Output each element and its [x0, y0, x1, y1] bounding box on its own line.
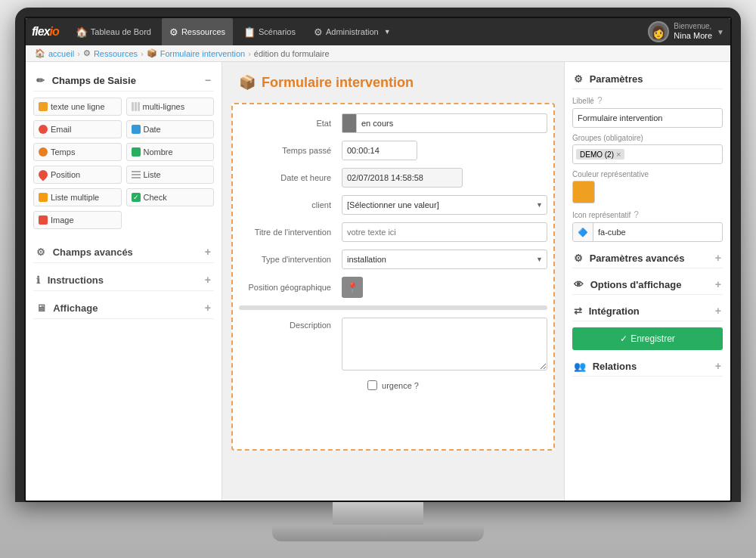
groupes-tag-input[interactable]: DEMO (2) ×: [572, 144, 723, 164]
icon-help-icon[interactable]: ?: [634, 209, 639, 220]
field-email-label: Email: [51, 125, 72, 134]
nav-ressources[interactable]: ⚙ Ressources: [162, 18, 233, 45]
instructions-header[interactable]: ℹ Instructions +: [33, 269, 214, 291]
libelle-help-icon[interactable]: ?: [597, 95, 603, 106]
field-liste-multiple[interactable]: Liste multiple: [33, 188, 122, 206]
titre-label: Titre de l'intervention: [239, 228, 337, 237]
edit-icon: ✏: [36, 75, 45, 86]
description-textarea[interactable]: [342, 318, 547, 370]
position-dot: [37, 169, 50, 181]
options-affichage-label: Options d'affichage: [590, 279, 682, 290]
integration-header[interactable]: ⇄ Intégration +: [572, 301, 723, 321]
field-liste[interactable]: Liste: [126, 166, 215, 184]
field-temps-label: Temps: [51, 147, 75, 157]
relations-plus[interactable]: +: [715, 360, 721, 372]
client-select[interactable]: [Sélectionner une valeur]: [342, 195, 547, 215]
save-button[interactable]: ✓ Enregistrer: [572, 327, 723, 350]
icon-input[interactable]: fa-cube: [593, 228, 722, 237]
field-multiline[interactable]: multi-lignes: [126, 98, 215, 116]
state-select-wrapper: en cours terminé annulé: [342, 113, 547, 133]
champs-saisie-toggle[interactable]: −: [205, 74, 211, 86]
breadcrumb-home-icon: 🏠: [35, 48, 45, 58]
field-position[interactable]: Position: [33, 166, 122, 184]
logo-text: flex: [32, 25, 50, 38]
field-date[interactable]: Date: [126, 120, 215, 138]
type-select[interactable]: installation maintenance dépannage: [342, 250, 547, 269]
form-title-text: Formulaire intervention: [262, 75, 414, 91]
advanced-icon: ⚙: [36, 246, 45, 258]
nav-label-ressources: Ressources: [181, 27, 225, 36]
options-affichage-plus[interactable]: +: [715, 278, 721, 290]
affichage-header[interactable]: 🖥 Affichage +: [33, 297, 214, 319]
multiline-icon: [132, 102, 140, 111]
params-avances-plus[interactable]: +: [715, 252, 721, 264]
temps-passe-input[interactable]: 00:00:14: [342, 141, 417, 160]
breadcrumb-sep2: ›: [141, 49, 144, 58]
position-input-wrapper: 📍: [342, 277, 547, 298]
field-texte-label: texte une ligne: [51, 102, 105, 111]
libelle-input[interactable]: Formulaire intervention: [572, 108, 723, 128]
nav-tableau-de-bord[interactable]: 🏠 Tableau de Bord: [68, 18, 159, 45]
geo-button[interactable]: 📍: [342, 277, 363, 298]
field-image-label: Image: [51, 215, 74, 225]
field-row-temps-passe: Temps passé 00:00:14: [239, 141, 547, 160]
avatar[interactable]: 👩: [648, 21, 669, 42]
integration-plus[interactable]: +: [715, 305, 721, 317]
nav-label-scenarios: Scénarios: [259, 27, 296, 36]
etat-input-wrapper: en cours terminé annulé: [342, 113, 547, 133]
urgence-checkbox[interactable]: [367, 380, 377, 390]
demo-tag-close[interactable]: ×: [616, 150, 621, 159]
affichage-toggle[interactable]: +: [205, 302, 211, 314]
urgence-row: urgence ?: [239, 380, 547, 390]
champs-avances-toggle[interactable]: +: [205, 246, 211, 258]
etat-select[interactable]: en cours terminé annulé: [357, 113, 547, 133]
form-divider: [239, 305, 547, 310]
date-heure-input[interactable]: 02/07/2018 14:58:58: [342, 168, 463, 188]
client-select-wrapper: [Sélectionner une valeur]: [342, 195, 547, 215]
breadcrumb: 🏠 accueil › ⚙ Ressources › 📦 Formulaire …: [26, 45, 730, 62]
groupes-label-text: Groupes (obligatoire): [572, 134, 723, 142]
field-texte[interactable]: texte une ligne: [33, 98, 122, 116]
info-icon: ℹ: [36, 274, 40, 286]
user-chevron-icon[interactable]: ▼: [717, 28, 724, 36]
nav-administration[interactable]: ⚙ Administration ▼: [306, 18, 398, 45]
champs-avances-title-wrapper: ⚙ Champs avancés: [36, 246, 133, 258]
relations-wrapper: 👥 Relations: [574, 361, 637, 372]
client-label: client: [239, 200, 337, 209]
field-email[interactable]: Email: [33, 120, 122, 138]
breadcrumb-edition: édition du formulaire: [254, 49, 330, 58]
field-check[interactable]: ✓ Check: [126, 188, 215, 206]
libelle-label-text: Libellé ?: [572, 95, 723, 106]
champs-saisie-header[interactable]: ✏ Champs de Saisie −: [33, 70, 214, 91]
breadcrumb-ressources[interactable]: Ressources: [94, 49, 138, 58]
champs-avances-header[interactable]: ⚙ Champs avancés +: [33, 241, 214, 263]
champs-saisie-section: ✏ Champs de Saisie − texte une ligne: [33, 70, 214, 235]
user-info: Bienvenue, Nina More: [674, 22, 712, 41]
titre-input[interactable]: [342, 222, 547, 242]
nav-user-area: 👩 Bienvenue, Nina More ▼: [648, 21, 724, 42]
field-row-date-heure: Date et heure 02/07/2018 14:58:58: [239, 168, 547, 188]
field-temps[interactable]: Temps: [33, 143, 122, 161]
champs-saisie-title-wrapper: ✏ Champs de Saisie: [36, 75, 136, 86]
nav-scenarios[interactable]: 📋 Scénarios: [236, 18, 303, 45]
affichage-title-wrapper: 🖥 Affichage: [36, 302, 98, 314]
stand-neck: [333, 502, 423, 525]
breadcrumb-resources-icon: ⚙: [83, 48, 91, 58]
color-swatch[interactable]: [572, 181, 595, 203]
relations-header[interactable]: 👥 Relations +: [572, 356, 723, 377]
app-logo[interactable]: flexio: [32, 25, 59, 39]
state-color-box: [342, 113, 357, 133]
gear-icon: ⚙: [574, 73, 583, 85]
options-affichage-header[interactable]: 👁 Options d'affichage +: [572, 274, 723, 295]
instructions-toggle[interactable]: +: [205, 274, 211, 286]
field-nombre[interactable]: Nombre: [126, 143, 215, 161]
breadcrumb-accueil[interactable]: accueil: [48, 49, 74, 58]
instructions-title: Instructions: [48, 274, 104, 286]
field-image[interactable]: Image: [33, 211, 122, 229]
breadcrumb-formulaire[interactable]: Formulaire intervention: [160, 49, 246, 58]
params-avances-header[interactable]: ⚙ Paramètres avancés +: [572, 248, 723, 268]
field-multiline-label: multi-lignes: [143, 102, 185, 111]
right-panel: ⚙ Paramètres Libellé ? Formulaire interv…: [564, 62, 730, 501]
list-icon: [132, 171, 141, 178]
etat-label: Etat: [239, 119, 337, 128]
